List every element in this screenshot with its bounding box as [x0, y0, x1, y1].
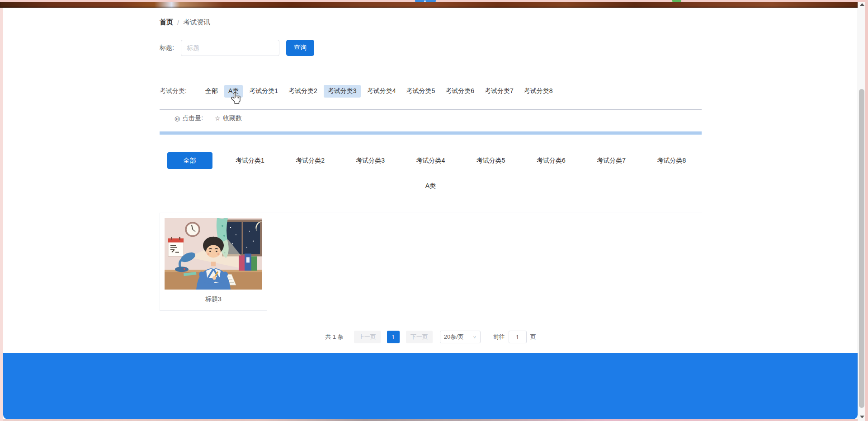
category-tabs: 全部 考试分类1 考试分类2 考试分类3 考试分类4 考试分类5 考试分类6 考…	[160, 152, 702, 169]
title-search-form: 标题: 查询	[160, 40, 314, 56]
vertical-scrollbar[interactable]	[858, 0, 865, 421]
card-illustration	[165, 218, 262, 290]
star-icon: ☆	[215, 115, 221, 122]
breadcrumb-home-link[interactable]: 首页	[160, 18, 173, 27]
wood-texture-top-bar	[0, 1, 858, 8]
pagination: 共 1 条 上一页 1 下一页 20条/页 ∨ 前往 页	[160, 331, 702, 343]
query-button[interactable]: 查询	[286, 40, 314, 56]
next-page-button[interactable]: 下一页	[406, 331, 433, 343]
sub-tab-a[interactable]: A类	[425, 182, 436, 189]
sort-by-favorites[interactable]: ☆ 收藏数	[215, 114, 242, 122]
category-item-1[interactable]: 考试分类1	[245, 85, 282, 98]
blue-divider-bar	[160, 131, 702, 135]
category-item-3[interactable]: 考试分类3	[324, 85, 361, 98]
left-edge-strip	[0, 8, 3, 421]
scrollbar-up-arrow-icon[interactable]	[860, 3, 864, 6]
tab-category-2[interactable]: 考试分类2	[296, 157, 325, 165]
category-item-6[interactable]: 考试分类6	[441, 85, 478, 98]
category-item-all[interactable]: 全部	[201, 85, 222, 98]
title-search-input[interactable]	[181, 40, 279, 56]
sort-by-clicks[interactable]: ◎ 点击量:	[175, 114, 203, 122]
top-blue-fragment	[415, 0, 436, 2]
jumper-prefix-label: 前往	[493, 333, 505, 341]
category-item-5[interactable]: 考试分类5	[402, 85, 439, 98]
category-filter-label: 考试分类:	[160, 87, 187, 95]
tab-all[interactable]: 全部	[167, 152, 212, 169]
tab-category-7[interactable]: 考试分类7	[597, 157, 626, 165]
card-title: 标题3	[165, 295, 262, 304]
category-item-7[interactable]: 考试分类7	[481, 85, 518, 98]
right-edge-strip	[865, 0, 868, 421]
tab-category-4[interactable]: 考试分类4	[416, 157, 445, 165]
breadcrumb-current: 考试资讯	[183, 18, 210, 27]
top-blue-fragment-dot	[424, 0, 426, 2]
divider-line	[160, 109, 702, 110]
tab-category-1[interactable]: 考试分类1	[236, 157, 264, 165]
article-card[interactable]: 标题3	[160, 213, 267, 311]
result-list: 标题3	[160, 212, 702, 212]
scrollbar-down-arrow-icon[interactable]	[860, 416, 864, 418]
top-green-fragment	[672, 0, 681, 2]
breadcrumb-separator: /	[177, 19, 179, 26]
tab-category-8[interactable]: 考试分类8	[657, 157, 686, 165]
chevron-down-icon: ∨	[473, 335, 476, 339]
sort-bar: ◎ 点击量: ☆ 收藏数	[175, 114, 242, 122]
page-size-value: 20条/页	[444, 333, 464, 341]
prev-page-button[interactable]: 上一页	[354, 331, 381, 343]
scrollbar-thumb[interactable]	[859, 89, 864, 408]
breadcrumb: 首页 / 考试资讯	[160, 18, 210, 27]
page-size-select[interactable]: 20条/页 ∨	[440, 331, 481, 343]
footer-banner	[3, 353, 858, 419]
pagination-total: 共 1 条	[325, 333, 343, 341]
cursor-pointer-icon	[231, 92, 241, 106]
sub-tab-row: A类	[160, 182, 702, 190]
category-item-8[interactable]: 考试分类8	[520, 85, 557, 98]
sort-clicks-label: 点击量:	[182, 114, 203, 122]
jumper-suffix-label: 页	[530, 333, 536, 341]
sort-favorites-label: 收藏数	[223, 114, 242, 122]
title-field-label: 标题:	[160, 44, 174, 52]
page-jumper: 前往 页	[493, 331, 536, 343]
category-item-4[interactable]: 考试分类4	[363, 85, 400, 98]
tab-category-5[interactable]: 考试分类5	[476, 157, 505, 165]
bottom-edge-strip	[0, 419, 868, 421]
page-number-1[interactable]: 1	[387, 331, 400, 343]
jump-page-input[interactable]	[509, 331, 527, 343]
category-item-2[interactable]: 考试分类2	[284, 85, 321, 98]
tab-category-3[interactable]: 考试分类3	[356, 157, 385, 165]
view-count-icon: ◎	[175, 115, 180, 122]
tab-category-6[interactable]: 考试分类6	[537, 157, 566, 165]
